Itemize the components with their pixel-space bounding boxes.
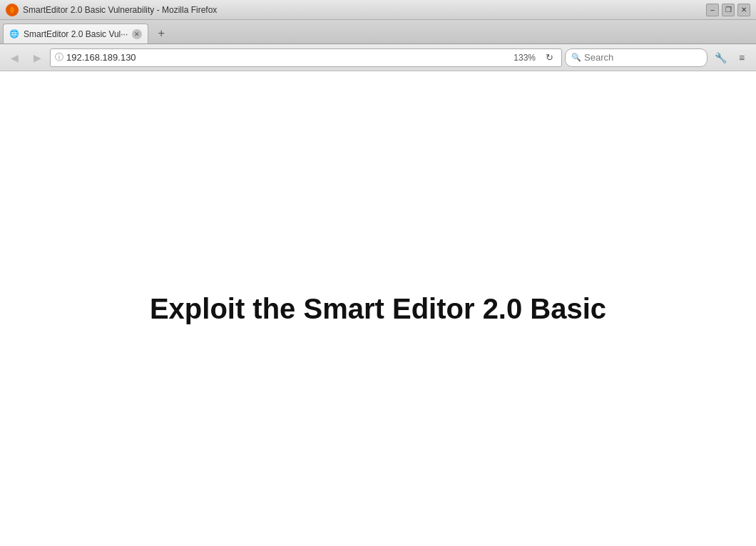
title-bar-controls: – ❐ ✕ [706, 4, 750, 16]
back-button[interactable]: ◀ [4, 48, 24, 67]
window-title: SmartEditor 2.0 Basic Vulnerability - Mo… [23, 5, 217, 15]
nav-bar: ◀ ▶ ⓘ 133% ↻ 🔍 🔧 ≡ [0, 44, 756, 71]
reload-button[interactable]: ↻ [541, 50, 557, 66]
browser-content: Exploit the Smart Editor 2.0 Basic [0, 71, 756, 546]
nav-extra-buttons: 🔧 ≡ [710, 48, 752, 67]
search-bar-container: 🔍 [565, 48, 708, 67]
search-icon: 🔍 [571, 53, 581, 62]
title-bar-left: SmartEditor 2.0 Basic Vulnerability - Mo… [6, 4, 217, 16]
title-bar: SmartEditor 2.0 Basic Vulnerability - Mo… [0, 0, 756, 20]
firefox-icon [6, 4, 19, 16]
tab-close-button[interactable]: ✕ [132, 29, 142, 39]
close-button[interactable]: ✕ [737, 4, 750, 16]
info-icon: ⓘ [55, 51, 63, 63]
address-bar[interactable] [66, 52, 508, 63]
search-input[interactable] [584, 52, 698, 63]
forward-button[interactable]: ▶ [27, 48, 47, 67]
zoom-indicator: 133% [511, 53, 538, 63]
tab-label: SmartEditor 2.0 Basic Vul··· [24, 29, 128, 39]
menu-button[interactable]: ≡ [732, 48, 752, 67]
new-tab-button[interactable]: + [151, 24, 171, 43]
tab-favicon: 🌐 [9, 29, 19, 38]
tab-smarteditor[interactable]: 🌐 SmartEditor 2.0 Basic Vul··· ✕ [3, 24, 148, 43]
extensions-button[interactable]: 🔧 [710, 48, 730, 67]
minimize-button[interactable]: – [706, 4, 719, 16]
page-heading: Exploit the Smart Editor 2.0 Basic [150, 293, 606, 325]
restore-button[interactable]: ❐ [722, 4, 735, 16]
tab-bar: 🌐 SmartEditor 2.0 Basic Vul··· ✕ + [0, 20, 756, 44]
address-bar-container: ⓘ 133% ↻ [50, 48, 562, 67]
